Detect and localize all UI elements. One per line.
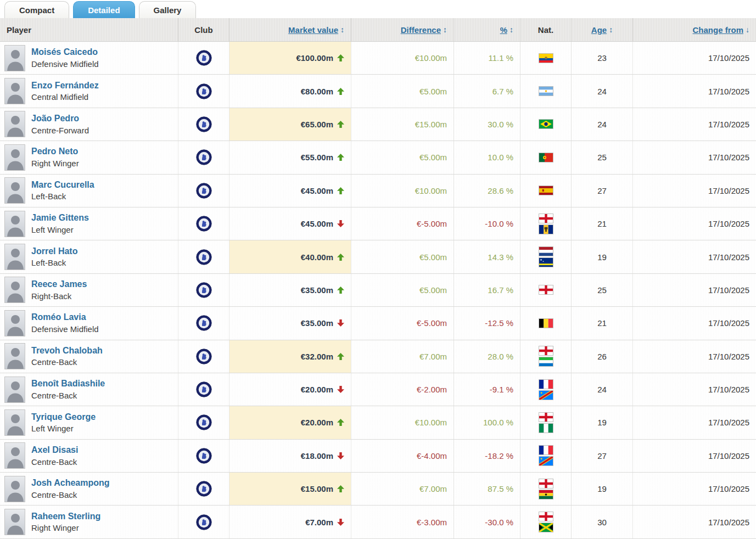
change-from-cell: 17/10/2025 <box>633 240 756 273</box>
player-name-link[interactable]: Jorrel Hato <box>31 245 77 257</box>
flag-icon-portugal <box>539 153 553 162</box>
player-name-link[interactable]: Benoît Badiashile <box>31 378 105 390</box>
sort-age-link[interactable]: Age <box>591 25 607 35</box>
percent-cell: 87.5 % <box>454 473 520 505</box>
column-header-percent: % ↕ <box>454 18 520 41</box>
player-name-link[interactable]: Marc Cucurella <box>31 179 94 191</box>
percent-value: 100.0 % <box>483 418 513 427</box>
club-crest-icon[interactable] <box>196 116 212 132</box>
change-from-cell: 17/10/2025 <box>633 340 756 373</box>
player-cell: Reece James Right-Back <box>0 274 178 306</box>
market-value: €45.00m <box>301 219 333 228</box>
player-photo[interactable] <box>4 277 25 303</box>
trend-up-arrow-icon <box>337 154 344 161</box>
player-photo[interactable] <box>4 310 25 336</box>
player-cell: Trevoh Chalobah Centre-Back <box>0 340 178 373</box>
club-crest-icon[interactable] <box>196 149 212 165</box>
player-photo[interactable] <box>4 377 25 403</box>
club-crest-icon[interactable] <box>196 349 212 364</box>
player-name-link[interactable]: Roméo Lavia <box>31 311 99 323</box>
market-value-cell: €20.00m <box>229 373 351 406</box>
player-photo[interactable] <box>4 442 25 469</box>
club-crest-icon[interactable] <box>196 249 212 265</box>
sort-updown-icon[interactable]: ↕ <box>340 25 344 34</box>
flag-icon-jamaica <box>539 523 553 532</box>
flag-icon-belgium <box>539 319 553 328</box>
club-crest-icon[interactable] <box>196 315 212 331</box>
player-name-link[interactable]: Josh Acheampong <box>31 477 110 489</box>
player-position: Centre-Back <box>31 490 110 501</box>
change-from-cell: 17/10/2025 <box>633 75 756 107</box>
difference-value: €-4.00m <box>417 451 447 461</box>
player-name-link[interactable]: Pedro Neto <box>31 145 79 158</box>
club-crest-icon[interactable] <box>196 448 212 464</box>
club-crest-icon[interactable] <box>196 481 212 497</box>
club-crest-icon[interactable] <box>196 183 212 199</box>
player-photo[interactable] <box>4 111 25 137</box>
player-photo[interactable] <box>4 45 25 71</box>
trend-up-arrow-icon <box>337 88 344 95</box>
player-position: Defensive Midfield <box>31 324 99 335</box>
player-photo[interactable] <box>4 177 25 204</box>
percent-value: 28.0 % <box>488 352 513 361</box>
flag-icon-netherlands <box>539 247 553 256</box>
player-photo[interactable] <box>4 476 25 502</box>
club-crest-icon[interactable] <box>196 50 212 66</box>
sort-updown-icon[interactable]: ↕ <box>609 25 613 34</box>
player-photo[interactable] <box>4 144 25 171</box>
player-name-link[interactable]: Axel Disasi <box>31 444 78 456</box>
player-name-link[interactable]: Reece James <box>31 278 87 290</box>
flag-icon-dr congo <box>539 391 553 400</box>
age-cell: 27 <box>572 175 633 207</box>
player-photo[interactable] <box>4 409 25 436</box>
player-photo[interactable] <box>4 509 25 535</box>
player-name-link[interactable]: Moisés Caicedo <box>31 46 99 58</box>
flag-icon-england <box>539 214 553 223</box>
trend-down-arrow-icon <box>337 386 344 393</box>
player-cell: Josh Acheampong Centre-Back <box>0 473 178 505</box>
change-from-cell: 17/10/2025 <box>633 175 756 207</box>
difference-cell: €-2.00m <box>351 373 454 406</box>
sort-difference-link[interactable]: Difference <box>401 25 441 35</box>
trend-up-arrow-icon <box>337 121 344 128</box>
player-photo[interactable] <box>4 78 25 104</box>
club-crest-icon[interactable] <box>196 216 212 232</box>
market-value-cell: €45.00m <box>229 175 351 207</box>
sort-down-icon[interactable]: ↓ <box>746 25 749 34</box>
sort-market-value-link[interactable]: Market value <box>288 25 338 35</box>
nationality-cell <box>520 207 572 240</box>
difference-value: €-3.00m <box>417 518 447 527</box>
club-crest-icon[interactable] <box>196 282 212 298</box>
player-name-link[interactable]: Raheem Sterling <box>31 510 100 523</box>
table-row: João Pedro Centre-Forward €65.00m €15.00… <box>0 108 756 141</box>
player-photo[interactable] <box>4 343 25 369</box>
player-name-link[interactable]: Trevoh Chalobah <box>31 345 103 357</box>
player-photo[interactable] <box>4 211 25 237</box>
player-name-link[interactable]: Jamie Gittens <box>31 212 89 224</box>
tab-gallery[interactable]: Gallery <box>139 1 197 18</box>
player-photo[interactable] <box>4 244 25 270</box>
flag-icon-england <box>539 479 553 488</box>
sort-change-from-link[interactable]: Change from <box>692 25 743 35</box>
nationality-cell <box>520 141 572 173</box>
club-crest-icon[interactable] <box>196 381 212 397</box>
age-value: 26 <box>597 352 607 361</box>
difference-cell: €10.00m <box>351 175 454 207</box>
market-value-cell: €65.00m <box>229 108 351 141</box>
player-cell: Benoît Badiashile Centre-Back <box>0 373 178 406</box>
difference-value: €-5.00m <box>417 318 447 328</box>
tab-compact[interactable]: Compact <box>4 1 69 18</box>
change-from-date: 17/10/2025 <box>708 318 749 328</box>
club-crest-icon[interactable] <box>196 414 212 430</box>
club-crest-icon[interactable] <box>196 514 212 530</box>
percent-value: 28.6 % <box>488 186 513 195</box>
club-crest-icon[interactable] <box>196 83 212 99</box>
sort-percent-link[interactable]: % <box>500 25 507 35</box>
sort-updown-icon[interactable]: ↕ <box>443 25 447 34</box>
tab-detailed[interactable]: Detailed <box>73 1 135 18</box>
player-name-link[interactable]: João Pedro <box>31 113 89 125</box>
difference-value: €5.00m <box>419 285 447 295</box>
player-name-link[interactable]: Tyrique George <box>31 411 96 423</box>
sort-updown-icon[interactable]: ↕ <box>509 25 513 34</box>
player-name-link[interactable]: Enzo Fernández <box>31 80 99 92</box>
